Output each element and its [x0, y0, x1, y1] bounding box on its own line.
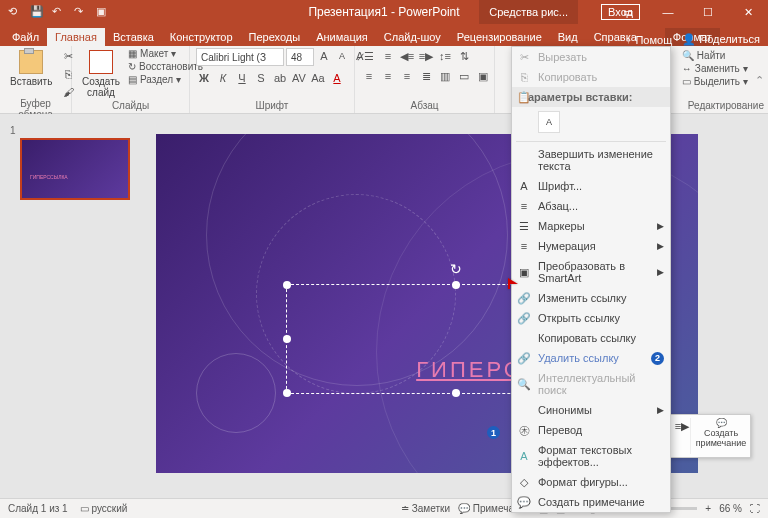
- ctx-font[interactable]: AШрифт...: [512, 176, 670, 196]
- find-button[interactable]: 🔍 Найти: [682, 50, 748, 61]
- align-right-button[interactable]: ≡: [399, 68, 415, 84]
- justify-button[interactable]: ≣: [418, 68, 434, 84]
- status-language[interactable]: ▭ русский: [80, 503, 128, 514]
- tab-design[interactable]: Конструктор: [162, 28, 241, 46]
- collapse-ribbon-button[interactable]: ⌃: [755, 74, 764, 87]
- paste-keep-text-button[interactable]: A: [538, 111, 560, 133]
- tab-insert[interactable]: Вставка: [105, 28, 162, 46]
- ctx-smart-lookup: 🔍Интеллектуальный поиск: [512, 368, 670, 400]
- slide-thumbnail-1[interactable]: ГИПЕРССЫЛКА: [20, 138, 130, 200]
- paste-button[interactable]: Вставить: [6, 48, 56, 89]
- bullets-button[interactable]: ☰: [361, 48, 377, 64]
- thumb-preview-text: ГИПЕРССЫЛКА: [30, 174, 68, 180]
- bold-button[interactable]: Ж: [196, 70, 212, 86]
- resize-handle[interactable]: [283, 281, 291, 289]
- text-effects-icon: A: [517, 449, 531, 463]
- group-editing-label: Редактирование: [688, 100, 764, 111]
- save-icon[interactable]: 💾: [30, 5, 44, 19]
- line-spacing-button[interactable]: ↕≡: [437, 48, 453, 64]
- status-slide-count[interactable]: Слайд 1 из 1: [8, 503, 68, 514]
- ctx-new-comment[interactable]: 💬Создать примечание: [512, 492, 670, 512]
- tab-view[interactable]: Вид: [550, 28, 586, 46]
- increase-indent-button[interactable]: ≡▶: [418, 48, 434, 64]
- text-direction-button[interactable]: ⇅: [456, 48, 472, 64]
- resize-handle[interactable]: [452, 389, 460, 397]
- shrink-font-button[interactable]: A: [334, 48, 350, 64]
- tab-file[interactable]: Файл: [4, 28, 47, 46]
- convert-smartart-button[interactable]: ▣: [475, 68, 491, 84]
- chevron-right-icon: ▶: [657, 267, 664, 277]
- rotate-handle-icon[interactable]: ↻: [450, 261, 462, 277]
- ctx-smartart[interactable]: ▣Преобразовать в SmartArt▶: [512, 256, 670, 288]
- ribbon-options-icon[interactable]: ▭: [608, 0, 648, 24]
- mini-indent-right[interactable]: ≡▶: [674, 418, 690, 434]
- link-icon: 🔗: [517, 291, 531, 305]
- start-slideshow-icon[interactable]: ▣: [96, 5, 110, 19]
- resize-handle[interactable]: [283, 389, 291, 397]
- group-paragraph-label: Абзац: [361, 100, 488, 111]
- tab-transitions[interactable]: Переходы: [241, 28, 309, 46]
- ctx-open-link[interactable]: 🔗Открыть ссылку: [512, 308, 670, 328]
- decrease-indent-button[interactable]: ◀≡: [399, 48, 415, 64]
- ctx-edit-link[interactable]: 🔗Изменить ссылку: [512, 288, 670, 308]
- align-text-button[interactable]: ▭: [456, 68, 472, 84]
- font-color-button[interactable]: A: [329, 70, 345, 86]
- ctx-format-shape[interactable]: ◇Формат фигуры...: [512, 472, 670, 492]
- new-slide-button[interactable]: Создать слайд: [78, 48, 124, 100]
- share-button[interactable]: 👤 Поделиться: [682, 33, 760, 46]
- close-button[interactable]: ✕: [728, 0, 768, 24]
- replace-button[interactable]: ↔ Заменить ▾: [682, 63, 748, 74]
- undo-icon[interactable]: ↶: [52, 5, 66, 19]
- select-button[interactable]: ▭ Выделить ▾: [682, 76, 748, 87]
- strike-button[interactable]: ab: [272, 70, 288, 86]
- ribbon-tabs: Файл Главная Вставка Конструктор Переход…: [0, 24, 768, 46]
- columns-button[interactable]: ▥: [437, 68, 453, 84]
- shadow-button[interactable]: S: [253, 70, 269, 86]
- align-left-button[interactable]: ≡: [361, 68, 377, 84]
- tab-home[interactable]: Главная: [47, 28, 105, 46]
- grow-font-button[interactable]: A: [316, 48, 332, 64]
- ctx-numbering[interactable]: ≡Нумерация▶: [512, 236, 670, 256]
- resize-handle[interactable]: [283, 335, 291, 343]
- cut-icon: ✂: [517, 50, 531, 64]
- redo-icon[interactable]: ↷: [74, 5, 88, 19]
- font-name-combo[interactable]: Calibri Light (З: [196, 48, 284, 66]
- font-dialog-icon: A: [517, 179, 531, 193]
- tab-animations[interactable]: Анимация: [308, 28, 376, 46]
- tab-slideshow[interactable]: Слайд-шоу: [376, 28, 449, 46]
- ctx-copy-link[interactable]: Копировать ссылку: [512, 328, 670, 348]
- tell-me-button[interactable]: ♀ Помощ: [624, 34, 672, 46]
- mini-new-comment[interactable]: 💬 Создать примечание: [690, 418, 747, 454]
- italic-button[interactable]: К: [215, 70, 231, 86]
- new-slide-icon: [89, 50, 113, 74]
- spacing-button[interactable]: AV: [291, 70, 307, 86]
- zoom-level[interactable]: 66 %: [719, 503, 742, 514]
- numbering-icon: ≡: [517, 239, 531, 253]
- ctx-synonyms[interactable]: Синонимы▶: [512, 400, 670, 420]
- resize-handle[interactable]: [452, 281, 460, 289]
- ctx-paragraph[interactable]: ≡Абзац...: [512, 196, 670, 216]
- tab-review[interactable]: Рецензирование: [449, 28, 550, 46]
- status-notes-button[interactable]: ≐ Заметки: [401, 503, 450, 514]
- maximize-button[interactable]: ☐: [688, 0, 728, 24]
- autosave-icon[interactable]: ⟲: [8, 5, 22, 19]
- minimize-button[interactable]: —: [648, 0, 688, 24]
- align-center-button[interactable]: ≡: [380, 68, 396, 84]
- bullets-icon: ☰: [517, 219, 531, 233]
- zoom-in-button[interactable]: +: [705, 503, 711, 514]
- remove-link-icon: 🔗: [517, 351, 531, 365]
- fit-to-window-button[interactable]: ⛶: [750, 503, 760, 514]
- numbering-button[interactable]: ≡: [380, 48, 396, 64]
- comment-icon: 💬: [517, 495, 531, 509]
- font-size-combo[interactable]: 48: [286, 48, 314, 66]
- contextual-tools-tab[interactable]: Средства рис...: [479, 0, 578, 24]
- ctx-bullets[interactable]: ☰Маркеры▶: [512, 216, 670, 236]
- ctx-remove-link[interactable]: 🔗Удалить ссылку2: [512, 348, 670, 368]
- group-font-label: Шрифт: [196, 100, 348, 111]
- change-case-button[interactable]: Aa: [310, 70, 326, 86]
- ctx-stop-edit[interactable]: Завершить изменение текста: [512, 144, 670, 176]
- ctx-text-effects[interactable]: AФормат текстовых эффектов...: [512, 440, 670, 472]
- ctx-translate[interactable]: ㊍Перевод: [512, 420, 670, 440]
- comment-icon: 💬: [716, 418, 727, 428]
- underline-button[interactable]: Ч: [234, 70, 250, 86]
